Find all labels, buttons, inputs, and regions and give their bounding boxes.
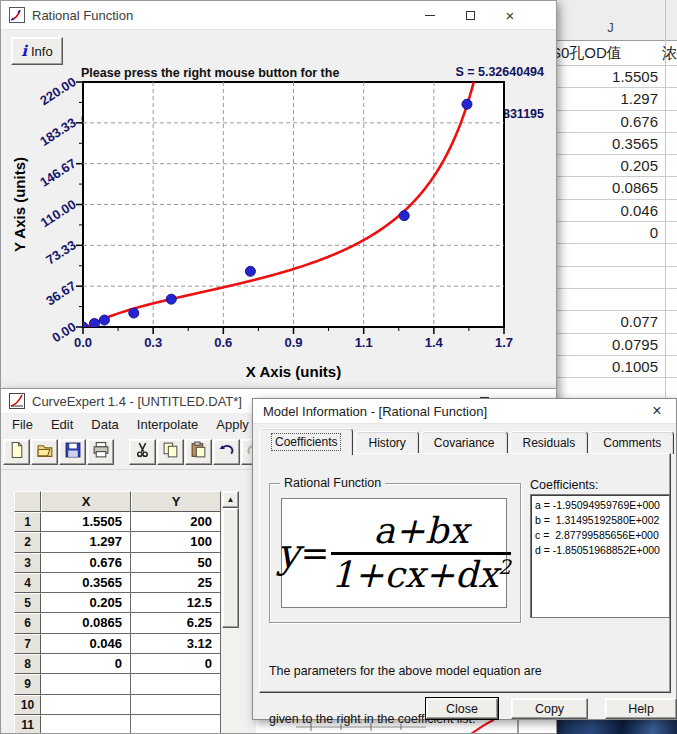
excel-cell[interactable]: 0.077 bbox=[556, 311, 665, 332]
y-tick-label: 36.67 bbox=[43, 278, 78, 308]
scrollbar-thumb[interactable] bbox=[222, 508, 239, 628]
copy-button[interactable] bbox=[157, 439, 184, 465]
table-row: 800 bbox=[14, 654, 222, 674]
graph-window-titlebar: Rational Function × bbox=[1, 1, 556, 30]
x-tick-label: 0.6 bbox=[214, 335, 232, 350]
cell-x[interactable]: 0.3565 bbox=[41, 573, 131, 593]
graph-window-icon bbox=[9, 7, 25, 23]
cell-x[interactable]: 0.676 bbox=[41, 553, 131, 573]
row-number: 9 bbox=[14, 674, 41, 694]
excel-row: 0.3565 bbox=[556, 133, 677, 155]
close-button[interactable]: × bbox=[490, 1, 530, 29]
print-button[interactable] bbox=[87, 439, 114, 465]
cell-y[interactable]: 200 bbox=[131, 512, 221, 532]
excel-row: 0 bbox=[556, 222, 677, 244]
excel-header-cell-conc[interactable]: 浓 bbox=[656, 44, 677, 63]
y-tick-label: 110.00 bbox=[38, 196, 79, 230]
open-file-button[interactable] bbox=[31, 439, 58, 465]
excel-cell[interactable] bbox=[556, 289, 665, 310]
row-number: 3 bbox=[14, 553, 41, 573]
cut-button[interactable] bbox=[129, 439, 156, 465]
cell-y[interactable]: 100 bbox=[131, 532, 221, 552]
cell-x[interactable]: 0.0865 bbox=[41, 613, 131, 633]
save-file-icon bbox=[64, 441, 82, 463]
equation-denominator-exponent: 2 bbox=[498, 555, 511, 579]
excel-header-cell-od[interactable]: S0孔OD值 bbox=[556, 44, 656, 63]
data-point bbox=[462, 99, 472, 109]
cell-y[interactable] bbox=[131, 715, 221, 734]
excel-cell[interactable]: 0 bbox=[556, 222, 665, 243]
table-scrollbar[interactable]: ▲ bbox=[222, 491, 239, 734]
cell-x[interactable] bbox=[41, 674, 131, 694]
save-file-button[interactable] bbox=[59, 439, 86, 465]
main-window-title: CurveExpert 1.4 - [UNTITLED.DAT*] bbox=[32, 394, 242, 409]
cell-y[interactable] bbox=[131, 695, 221, 715]
excel-cell[interactable]: 0.0795 bbox=[556, 334, 665, 355]
data-point bbox=[245, 266, 255, 276]
equation-lhs: y bbox=[277, 533, 300, 573]
cell-y[interactable]: 3.12 bbox=[131, 634, 221, 654]
cell-x[interactable]: 0.205 bbox=[41, 593, 131, 613]
dialog-title: Model Information - [Rational Function] bbox=[263, 404, 487, 419]
cell-x[interactable]: 1.297 bbox=[41, 532, 131, 552]
excel-cell[interactable] bbox=[556, 244, 665, 265]
equation-denominator: 1+cx+dx bbox=[331, 554, 498, 595]
excel-cell[interactable]: 0.046 bbox=[556, 200, 665, 221]
tab-coefficients[interactable]: Coefficients bbox=[259, 428, 353, 455]
dialog-close-button[interactable]: × bbox=[644, 401, 670, 421]
cell-y[interactable]: 0 bbox=[131, 654, 221, 674]
tab-residuals[interactable]: Residuals bbox=[510, 431, 589, 454]
cell-x[interactable] bbox=[41, 715, 131, 734]
background-banner bbox=[556, 720, 677, 734]
menu-file[interactable]: File bbox=[3, 415, 42, 434]
coefficient-entry: b = 1.31495192580E+002 bbox=[535, 513, 669, 528]
copy-button[interactable]: Copy bbox=[511, 698, 588, 719]
tab-label: History bbox=[368, 436, 405, 450]
cut-icon bbox=[134, 441, 152, 463]
excel-header-row: S0孔OD值 浓 bbox=[556, 41, 677, 66]
minimize-button[interactable] bbox=[410, 1, 450, 29]
excel-cell[interactable]: 0.3565 bbox=[556, 133, 665, 154]
paste-button[interactable] bbox=[185, 439, 212, 465]
new-file-button[interactable] bbox=[3, 439, 30, 465]
excel-cell[interactable]: 0.1005 bbox=[556, 356, 665, 377]
excel-row: 0.1005 bbox=[556, 356, 677, 378]
maximize-button[interactable] bbox=[450, 1, 490, 29]
excel-cell[interactable]: 0.0865 bbox=[556, 177, 665, 198]
excel-cell[interactable]: 0.205 bbox=[556, 155, 665, 176]
cell-y[interactable]: 6.25 bbox=[131, 613, 221, 633]
info-button[interactable]: i Info bbox=[11, 37, 63, 65]
coefficients-list[interactable]: a = -1.95094959769E+000b = 1.31495192580… bbox=[530, 494, 670, 618]
fit-plot[interactable]: 0.00.30.60.91.11.41.70.0036.6773.33110.0… bbox=[1, 71, 558, 389]
tab-comments[interactable]: Comments bbox=[590, 431, 674, 454]
tab-history[interactable]: History bbox=[355, 431, 418, 454]
y-axis-title: Y Axis (units) bbox=[11, 157, 28, 252]
menu-edit[interactable]: Edit bbox=[42, 415, 82, 434]
table-row: 70.0463.12 bbox=[14, 634, 222, 654]
cell-x[interactable]: 0 bbox=[41, 654, 131, 674]
close-button[interactable]: Close bbox=[426, 698, 498, 719]
cell-y[interactable]: 50 bbox=[131, 553, 221, 573]
coefficients-label: Coefficients: bbox=[530, 478, 599, 492]
menu-data[interactable]: Data bbox=[82, 415, 127, 434]
scrollbar-up-icon[interactable]: ▲ bbox=[222, 491, 239, 508]
cell-y[interactable] bbox=[131, 674, 221, 694]
tab-covariance[interactable]: Covariance bbox=[421, 431, 508, 454]
cell-x[interactable] bbox=[41, 695, 131, 715]
excel-cell[interactable]: 1.297 bbox=[556, 88, 665, 109]
cell-y[interactable]: 25 bbox=[131, 573, 221, 593]
excel-cell[interactable]: 1.5505 bbox=[556, 66, 665, 87]
cell-x[interactable]: 1.5505 bbox=[41, 512, 131, 532]
help-button[interactable]: Help bbox=[605, 698, 677, 719]
row-number: 6 bbox=[14, 613, 41, 633]
tab-label: Covariance bbox=[434, 436, 495, 450]
data-point bbox=[99, 315, 109, 325]
undo-button[interactable] bbox=[213, 439, 240, 465]
menu-interpolate[interactable]: Interpolate bbox=[128, 415, 207, 434]
cell-y[interactable]: 12.5 bbox=[131, 593, 221, 613]
excel-column-letter[interactable]: J bbox=[556, 20, 665, 35]
cell-x[interactable]: 0.046 bbox=[41, 634, 131, 654]
excel-cell[interactable] bbox=[556, 267, 665, 288]
excel-cell[interactable]: 0.676 bbox=[556, 111, 665, 132]
new-file-icon bbox=[8, 441, 26, 463]
